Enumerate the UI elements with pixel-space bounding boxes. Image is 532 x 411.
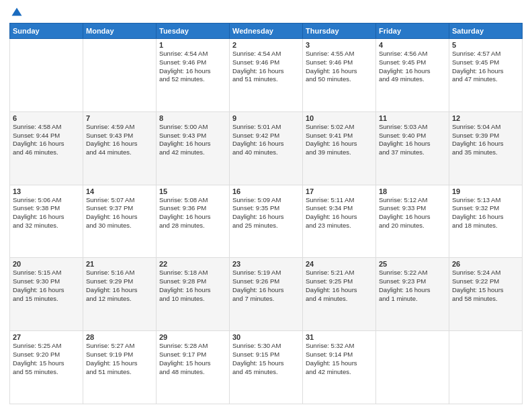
calendar-day-cell: 2Sunrise: 4:54 AM Sunset: 9:46 PM Daylig… <box>230 39 303 112</box>
calendar-day-cell: 17Sunrise: 5:11 AM Sunset: 9:34 PM Dayli… <box>303 185 376 258</box>
calendar-day-cell: 1Sunrise: 4:54 AM Sunset: 9:46 PM Daylig… <box>157 39 230 112</box>
day-number: 6 <box>13 114 80 122</box>
day-number: 24 <box>306 260 373 268</box>
calendar-day-cell: 11Sunrise: 5:03 AM Sunset: 9:40 PM Dayli… <box>376 111 449 185</box>
calendar-week-row: 1Sunrise: 4:54 AM Sunset: 9:46 PM Daylig… <box>10 39 523 112</box>
calendar-day-cell: 18Sunrise: 5:12 AM Sunset: 9:33 PM Dayli… <box>376 185 449 258</box>
calendar-day-cell: 29Sunrise: 5:28 AM Sunset: 9:17 PM Dayli… <box>157 331 230 404</box>
calendar-weekday-header: Wednesday <box>230 24 303 39</box>
page: SundayMondayTuesdayWednesdayThursdayFrid… <box>0 0 532 411</box>
calendar-day-cell: 10Sunrise: 5:02 AM Sunset: 9:41 PM Dayli… <box>303 111 376 185</box>
logo-icon <box>11 7 23 19</box>
day-number: 9 <box>232 114 300 122</box>
calendar-day-cell: 5Sunrise: 4:57 AM Sunset: 9:45 PM Daylig… <box>449 39 523 112</box>
calendar-day-cell: 14Sunrise: 5:07 AM Sunset: 9:37 PM Dayli… <box>83 185 157 258</box>
day-info: Sunrise: 5:15 AM Sunset: 9:30 PM Dayligh… <box>13 269 80 303</box>
day-number: 31 <box>306 333 373 341</box>
logo <box>9 7 24 19</box>
calendar-weekday-header: Sunday <box>10 24 83 39</box>
day-number: 22 <box>159 260 226 268</box>
day-number: 26 <box>452 260 519 268</box>
day-info: Sunrise: 5:24 AM Sunset: 9:22 PM Dayligh… <box>452 269 519 303</box>
calendar-day-cell: 26Sunrise: 5:24 AM Sunset: 9:22 PM Dayli… <box>449 258 523 331</box>
day-info: Sunrise: 5:30 AM Sunset: 9:15 PM Dayligh… <box>232 342 300 376</box>
calendar-day-cell: 15Sunrise: 5:08 AM Sunset: 9:36 PM Dayli… <box>157 185 230 258</box>
day-info: Sunrise: 5:21 AM Sunset: 9:25 PM Dayligh… <box>306 269 373 303</box>
calendar-day-cell: 4Sunrise: 4:56 AM Sunset: 9:45 PM Daylig… <box>376 39 449 112</box>
day-info: Sunrise: 5:04 AM Sunset: 9:39 PM Dayligh… <box>452 123 519 157</box>
day-number: 2 <box>232 41 300 49</box>
calendar-day-cell: 25Sunrise: 5:22 AM Sunset: 9:23 PM Dayli… <box>376 258 449 331</box>
calendar-header-row: SundayMondayTuesdayWednesdayThursdayFrid… <box>10 24 523 39</box>
calendar-day-cell <box>376 331 449 404</box>
day-number: 13 <box>13 187 80 195</box>
calendar-day-cell: 3Sunrise: 4:55 AM Sunset: 9:46 PM Daylig… <box>303 39 376 112</box>
day-info: Sunrise: 5:07 AM Sunset: 9:37 PM Dayligh… <box>86 196 153 230</box>
calendar-week-row: 6Sunrise: 4:58 AM Sunset: 9:44 PM Daylig… <box>10 111 523 185</box>
day-number: 1 <box>159 41 226 49</box>
day-number: 10 <box>306 114 373 122</box>
calendar-day-cell: 22Sunrise: 5:18 AM Sunset: 9:28 PM Dayli… <box>157 258 230 331</box>
day-info: Sunrise: 4:54 AM Sunset: 9:46 PM Dayligh… <box>232 50 300 84</box>
calendar-day-cell: 23Sunrise: 5:19 AM Sunset: 9:26 PM Dayli… <box>230 258 303 331</box>
day-info: Sunrise: 4:58 AM Sunset: 9:44 PM Dayligh… <box>13 123 80 157</box>
day-number: 29 <box>159 333 226 341</box>
calendar-week-row: 27Sunrise: 5:25 AM Sunset: 9:20 PM Dayli… <box>10 331 523 404</box>
day-number: 23 <box>232 260 300 268</box>
calendar-day-cell <box>449 331 523 404</box>
day-info: Sunrise: 5:25 AM Sunset: 9:20 PM Dayligh… <box>13 342 80 376</box>
day-info: Sunrise: 5:27 AM Sunset: 9:19 PM Dayligh… <box>86 342 153 376</box>
calendar-day-cell: 19Sunrise: 5:13 AM Sunset: 9:32 PM Dayli… <box>449 185 523 258</box>
calendar-day-cell <box>83 39 157 112</box>
calendar-day-cell: 6Sunrise: 4:58 AM Sunset: 9:44 PM Daylig… <box>10 111 83 185</box>
day-number: 28 <box>86 333 153 341</box>
day-info: Sunrise: 4:55 AM Sunset: 9:46 PM Dayligh… <box>306 50 373 84</box>
calendar-day-cell: 7Sunrise: 4:59 AM Sunset: 9:43 PM Daylig… <box>83 111 157 185</box>
day-info: Sunrise: 5:12 AM Sunset: 9:33 PM Dayligh… <box>379 196 446 230</box>
day-number: 7 <box>86 114 153 122</box>
header <box>9 7 523 19</box>
calendar-weekday-header: Thursday <box>303 24 376 39</box>
day-info: Sunrise: 5:18 AM Sunset: 9:28 PM Dayligh… <box>159 269 226 303</box>
calendar-weekday-header: Monday <box>83 24 157 39</box>
calendar-day-cell: 27Sunrise: 5:25 AM Sunset: 9:20 PM Dayli… <box>10 331 83 404</box>
day-number: 3 <box>306 41 373 49</box>
calendar-day-cell: 12Sunrise: 5:04 AM Sunset: 9:39 PM Dayli… <box>449 111 523 185</box>
calendar-week-row: 13Sunrise: 5:06 AM Sunset: 9:38 PM Dayli… <box>10 185 523 258</box>
day-number: 16 <box>232 187 300 195</box>
calendar-day-cell: 24Sunrise: 5:21 AM Sunset: 9:25 PM Dayli… <box>303 258 376 331</box>
day-info: Sunrise: 5:28 AM Sunset: 9:17 PM Dayligh… <box>159 342 226 376</box>
day-number: 21 <box>86 260 153 268</box>
day-number: 11 <box>379 114 446 122</box>
day-info: Sunrise: 5:08 AM Sunset: 9:36 PM Dayligh… <box>159 196 226 230</box>
day-info: Sunrise: 5:32 AM Sunset: 9:14 PM Dayligh… <box>306 342 373 376</box>
calendar-week-row: 20Sunrise: 5:15 AM Sunset: 9:30 PM Dayli… <box>10 258 523 331</box>
calendar-weekday-header: Tuesday <box>157 24 230 39</box>
day-number: 15 <box>159 187 226 195</box>
day-info: Sunrise: 5:00 AM Sunset: 9:43 PM Dayligh… <box>159 123 226 157</box>
calendar-day-cell: 20Sunrise: 5:15 AM Sunset: 9:30 PM Dayli… <box>10 258 83 331</box>
calendar-table: SundayMondayTuesdayWednesdayThursdayFrid… <box>9 23 523 404</box>
day-number: 8 <box>159 114 226 122</box>
calendar-day-cell: 9Sunrise: 5:01 AM Sunset: 9:42 PM Daylig… <box>230 111 303 185</box>
day-info: Sunrise: 5:06 AM Sunset: 9:38 PM Dayligh… <box>13 196 80 230</box>
calendar-weekday-header: Friday <box>376 24 449 39</box>
calendar-day-cell: 21Sunrise: 5:16 AM Sunset: 9:29 PM Dayli… <box>83 258 157 331</box>
calendar-day-cell: 30Sunrise: 5:30 AM Sunset: 9:15 PM Dayli… <box>230 331 303 404</box>
day-info: Sunrise: 5:13 AM Sunset: 9:32 PM Dayligh… <box>452 196 519 230</box>
day-number: 25 <box>379 260 446 268</box>
calendar-day-cell: 13Sunrise: 5:06 AM Sunset: 9:38 PM Dayli… <box>10 185 83 258</box>
day-number: 12 <box>452 114 519 122</box>
day-number: 20 <box>13 260 80 268</box>
day-number: 4 <box>379 41 446 49</box>
svg-marker-0 <box>12 8 22 16</box>
day-number: 17 <box>306 187 373 195</box>
day-info: Sunrise: 5:19 AM Sunset: 9:26 PM Dayligh… <box>232 269 300 303</box>
day-info: Sunrise: 5:11 AM Sunset: 9:34 PM Dayligh… <box>306 196 373 230</box>
day-info: Sunrise: 4:57 AM Sunset: 9:45 PM Dayligh… <box>452 50 519 84</box>
day-info: Sunrise: 4:59 AM Sunset: 9:43 PM Dayligh… <box>86 123 153 157</box>
calendar-weekday-header: Saturday <box>449 24 523 39</box>
day-info: Sunrise: 5:16 AM Sunset: 9:29 PM Dayligh… <box>86 269 153 303</box>
day-info: Sunrise: 5:03 AM Sunset: 9:40 PM Dayligh… <box>379 123 446 157</box>
calendar-day-cell <box>10 39 83 112</box>
